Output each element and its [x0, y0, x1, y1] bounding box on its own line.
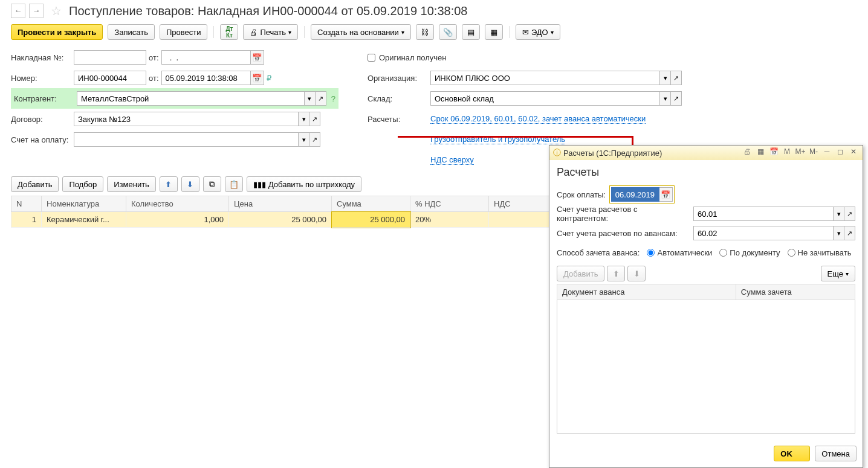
account-advance-select[interactable]: ▾ — [834, 226, 844, 240]
dlg-add-button: Добавить — [557, 266, 604, 281]
structure-button[interactable]: ⛓ — [416, 24, 434, 40]
col-vat-rate[interactable]: % НДС — [410, 196, 489, 212]
print-button[interactable]: 🖨Печать▾ — [243, 24, 298, 40]
grid-up-button[interactable]: ⬆ — [160, 176, 178, 192]
dlg-ok-button[interactable]: OK — [774, 446, 810, 461]
help-icon[interactable]: ? — [331, 94, 335, 103]
from-label-1: от: — [149, 53, 159, 62]
maximize-icon[interactable]: ◻ — [835, 147, 846, 158]
col-n[interactable]: N — [11, 196, 42, 212]
account-advance-input[interactable] — [693, 226, 834, 240]
settlements-link[interactable]: Срок 06.09.2019, 60.01, 60.02, зачет ава… — [430, 114, 646, 124]
grid-add-button[interactable]: Добавить — [11, 176, 59, 192]
account-contractor-open[interactable]: ↗ — [844, 207, 855, 221]
settlements-label: Расчеты: — [368, 115, 428, 124]
org-label: Организация: — [368, 74, 428, 83]
create-based-on-button[interactable]: Создать на основании▾ — [311, 24, 411, 40]
dlg-cancel-button[interactable]: Отмена — [815, 446, 857, 461]
post-and-close-button[interactable]: Провести и закрыть — [11, 24, 103, 40]
invoice-no-label: Накладная №: — [11, 53, 71, 62]
date-input[interactable] — [161, 71, 251, 85]
report-button[interactable]: ▦ — [485, 24, 503, 40]
col-price[interactable]: Цена — [229, 196, 332, 212]
invoice-payment-select-button[interactable]: ▾ — [299, 132, 309, 147]
original-received-checkbox[interactable]: Оригинал получен — [368, 53, 446, 62]
contract-label: Договор: — [11, 115, 71, 124]
counterparty-select-button[interactable]: ▾ — [305, 91, 316, 106]
settlements-dialog: ⓘ Расчеты (1С:Предприятие) 🖨 ▦ 📅 M M+ M-… — [549, 145, 863, 468]
ruble-icon[interactable]: ₽ — [267, 74, 271, 83]
calendar-button-2[interactable]: 📅 — [251, 71, 264, 85]
save-button[interactable]: Записать — [108, 24, 155, 40]
app-icon: ⓘ — [553, 147, 561, 158]
org-open-button[interactable]: ↗ — [671, 71, 682, 85]
col-qty[interactable]: Количество — [126, 196, 229, 212]
mminus-button: M- — [808, 147, 819, 158]
grid-select-button[interactable]: Подбор — [62, 176, 103, 192]
contract-select-button[interactable]: ▾ — [299, 112, 309, 126]
contract-input[interactable] — [74, 112, 299, 126]
payment-term-calendar-button[interactable]: 📅 — [659, 187, 673, 202]
toolbar-separator — [304, 26, 305, 38]
nav-back-button[interactable]: ← — [11, 4, 25, 18]
dt-kt-icon: ДтКт — [225, 25, 233, 39]
copy-icon: ⧉ — [209, 179, 215, 189]
offset-none-radio[interactable]: Не зачитывать — [788, 248, 852, 257]
org-input[interactable] — [430, 71, 660, 85]
vat-link[interactable]: НДС сверху — [430, 155, 474, 165]
favorite-star-icon[interactable]: ☆ — [51, 4, 62, 18]
report-icon: ▦ — [490, 28, 497, 37]
account-advance-open[interactable]: ↗ — [844, 226, 855, 240]
counterparty-open-button[interactable]: ↗ — [316, 91, 326, 106]
org-select-button[interactable]: ▾ — [660, 71, 671, 85]
show-transactions-button[interactable]: ДтКт — [220, 24, 238, 40]
grid-down-button[interactable]: ⬇ — [181, 176, 199, 192]
dropdown-caret-icon: ▾ — [551, 29, 554, 36]
post-button[interactable]: Провести — [160, 24, 208, 40]
number-input[interactable] — [74, 71, 146, 85]
invoice-no-input[interactable] — [74, 50, 146, 65]
offset-bydoc-radio[interactable]: По документу — [719, 248, 780, 257]
minimize-icon[interactable]: ─ — [821, 147, 832, 158]
calendar-head-icon[interactable]: 📅 — [768, 147, 779, 158]
attachments-button[interactable]: 📎 — [439, 24, 457, 40]
account-contractor-select[interactable]: ▾ — [834, 207, 844, 221]
warehouse-select-button[interactable]: ▾ — [660, 91, 671, 106]
warehouse-input[interactable] — [430, 91, 660, 106]
dlg-up-button: ⬆ — [607, 266, 625, 281]
envelope-icon: ✉ — [522, 28, 529, 37]
col-sum[interactable]: Сумма — [332, 196, 410, 212]
close-icon[interactable]: ✕ — [848, 147, 859, 158]
offset-auto-radio[interactable]: Автоматически — [647, 248, 712, 257]
m-button: M — [782, 147, 792, 158]
dlg-more-button[interactable]: Еще▾ — [821, 266, 855, 281]
calendar-button[interactable]: 📅 — [251, 50, 264, 65]
grid-paste-button[interactable]: 📋 — [225, 176, 243, 192]
related-button[interactable]: ▤ — [462, 24, 480, 40]
advance-docs-table[interactable]: Документ аванса Сумма зачета — [557, 284, 855, 434]
dlg-col-sum[interactable]: Сумма зачета — [736, 284, 855, 300]
print-icon[interactable]: 🖨 — [742, 147, 753, 158]
payment-term-input[interactable] — [611, 187, 659, 202]
invoice-payment-input[interactable] — [74, 132, 299, 147]
calendar-icon: 📅 — [661, 190, 670, 199]
grid-icon[interactable]: ▦ — [755, 147, 766, 158]
grid-change-button[interactable]: Изменить — [107, 176, 156, 192]
col-item[interactable]: Номенклатура — [42, 196, 126, 212]
edo-button[interactable]: ✉ЭДО▾ — [516, 24, 560, 40]
invoice-payment-open-button[interactable]: ↗ — [309, 132, 320, 147]
counterparty-input[interactable] — [77, 91, 305, 106]
dlg-col-doc[interactable]: Документ аванса — [557, 284, 736, 300]
hierarchy-icon: ⛓ — [421, 28, 429, 37]
number-label: Номер: — [11, 74, 71, 83]
invoice-payment-label: Счет на оплату: — [11, 135, 71, 144]
arrow-up-icon: ⬆ — [165, 180, 172, 189]
invoice-date-input[interactable] — [161, 50, 251, 65]
grid-copy-button[interactable]: ⧉ — [203, 176, 221, 192]
nav-forward-button[interactable]: → — [29, 4, 44, 18]
account-contractor-input[interactable] — [693, 207, 834, 221]
annotation-line — [398, 136, 633, 138]
grid-barcode-button[interactable]: ▮▮▮Добавить по штрихкоду — [247, 176, 361, 192]
warehouse-open-button[interactable]: ↗ — [671, 91, 682, 106]
contract-open-button[interactable]: ↗ — [309, 112, 320, 126]
